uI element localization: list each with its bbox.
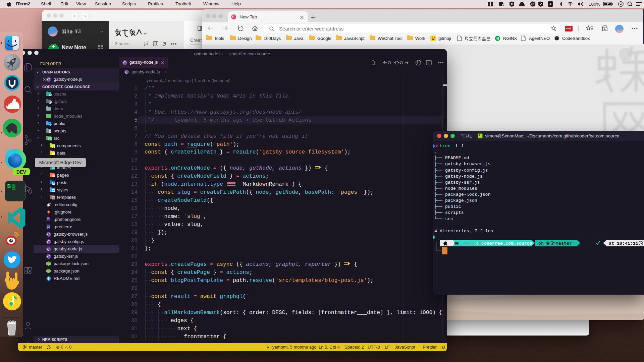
svg-text:1: 1 [470,134,472,139]
svg-text:100%: 100% [589,2,600,7]
svg-text:A: A [549,2,551,6]
svg-text:P: P [511,3,513,6]
